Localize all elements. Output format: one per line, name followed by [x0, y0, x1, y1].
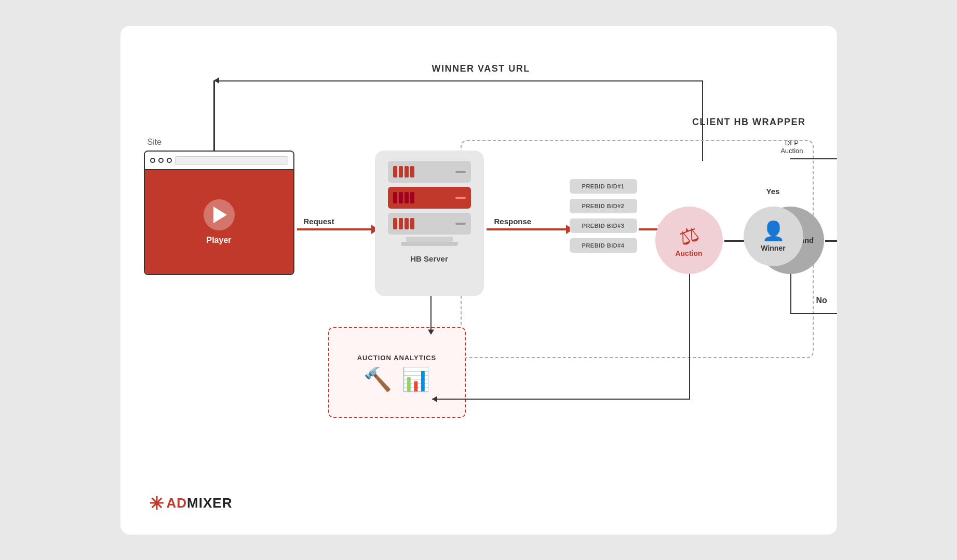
address-bar	[175, 156, 288, 165]
admixer-logo: ✳ ADMIXER	[149, 493, 233, 514]
auction-text: Auction	[675, 249, 702, 257]
rack-leds-2	[393, 192, 414, 203]
player-label: Player	[206, 236, 231, 245]
yes-label: Yes	[766, 187, 780, 196]
hb-server-stand1	[406, 237, 453, 242]
hb-to-analytics-arrow	[430, 296, 432, 330]
rack-led	[405, 218, 409, 229]
analytics-title: AUCTION ANALYTICS	[357, 354, 437, 362]
play-button	[204, 199, 235, 230]
winner-text: Winner	[761, 244, 785, 252]
server-rack-1	[388, 161, 471, 183]
hb-server-box: HB Server	[375, 151, 484, 296]
winner-circle: 👤 Winner	[744, 207, 803, 266]
server-stack	[388, 161, 471, 235]
hb-server-stand2	[401, 242, 458, 246]
rack-leds-1	[393, 166, 414, 177]
rack-led	[399, 192, 403, 203]
dot3	[167, 158, 172, 163]
winner-person-icon: 👤	[762, 220, 785, 242]
rack-led	[410, 192, 414, 203]
dfp-to-winner-arrow	[825, 240, 837, 242]
auction-analytics-box: AUCTION ANALYTICS 🔨 📊	[328, 327, 466, 418]
no-arrow-down	[790, 274, 791, 313]
winner-vast-url-label: WINNER VAST URL	[432, 63, 530, 74]
rack-led	[393, 218, 397, 229]
site-label: Site	[147, 138, 162, 147]
rack-led	[405, 192, 409, 203]
titlebar	[145, 152, 293, 170]
no-label: No	[816, 296, 827, 305]
no-arrow-right	[790, 313, 837, 314]
dfp-to-analytics-arrow	[689, 274, 690, 399]
winner-vast-url-line	[214, 80, 702, 81]
dot1	[150, 158, 155, 163]
prebid-to-auction-arrow	[639, 228, 659, 230]
rack-leds-3	[393, 218, 414, 229]
diagram-card: WINNER VAST URL CLIENT HB WRAPPER Site P…	[120, 26, 837, 535]
client-hb-wrapper-label: CLIENT HB WRAPPER	[692, 117, 806, 128]
rack-led	[410, 166, 414, 177]
hb-server-label: HB Server	[410, 254, 448, 263]
request-label: Request	[304, 217, 334, 226]
prebid-bid-1: PREBID BID#1	[570, 179, 637, 194]
server-rack-3	[388, 213, 471, 235]
dot2	[158, 158, 164, 163]
gavel-icon: ⚖	[675, 220, 702, 251]
player-browser-box: Player	[144, 151, 294, 275]
rack-led	[410, 218, 414, 229]
hammer-icon: 🔨	[363, 368, 392, 391]
rack-led	[393, 166, 397, 177]
rack-led	[399, 218, 403, 229]
analytics-icons: 🔨 📊	[363, 368, 430, 391]
rack-dash	[455, 197, 466, 199]
auction-circle: ⚖ Auction	[655, 207, 723, 274]
play-triangle-icon	[213, 207, 227, 223]
chart-icon: 📊	[401, 368, 430, 391]
response-label: Response	[494, 217, 532, 226]
rack-led	[393, 192, 397, 203]
player-screen: Player	[145, 170, 293, 274]
admixer-star-icon: ✳	[149, 493, 164, 514]
prebid-bid-3: PREBID BID#3	[570, 218, 637, 233]
server-rack-2	[388, 187, 471, 209]
prebid-bids-list: PREBID BID#1 PREBID BID#2 PREBID BID#3 P…	[570, 179, 637, 253]
response-arrow	[487, 228, 567, 230]
admixer-text: ADMIXER	[167, 495, 233, 511]
request-arrow	[297, 228, 372, 230]
rack-dash	[455, 223, 466, 225]
prebid-bid-4: PREBID BID#4	[570, 238, 637, 253]
rack-dash	[455, 171, 466, 173]
prebid-bid-2: PREBID BID#2	[570, 199, 637, 213]
yes-top-line	[790, 158, 837, 159]
arrow-site-down	[213, 80, 214, 151]
rack-led	[399, 166, 403, 177]
rack-led	[405, 166, 409, 177]
analytics-to-hb-arrow	[432, 399, 690, 400]
dfp-auction-label: DFPAuction	[780, 139, 803, 155]
